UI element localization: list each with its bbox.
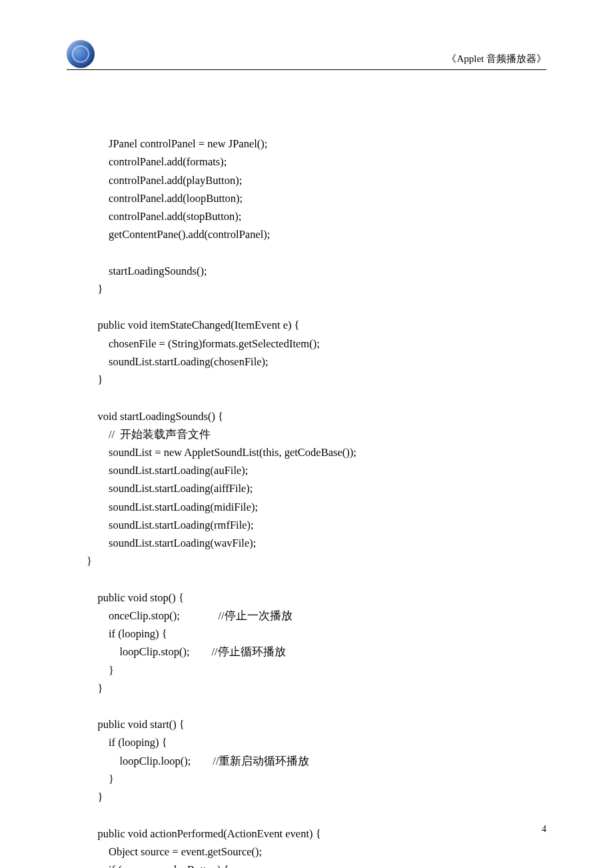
page-header: 《Applet 音频播放器》	[67, 40, 546, 70]
code-block: JPanel controlPanel = new JPanel(); cont…	[87, 117, 546, 868]
logo-icon	[67, 40, 95, 68]
header-title: 《Applet 音频播放器》	[446, 53, 546, 65]
document-page: 《Applet 音频播放器》 JPanel controlPanel = new…	[0, 0, 613, 868]
page-number: 4	[542, 824, 546, 835]
